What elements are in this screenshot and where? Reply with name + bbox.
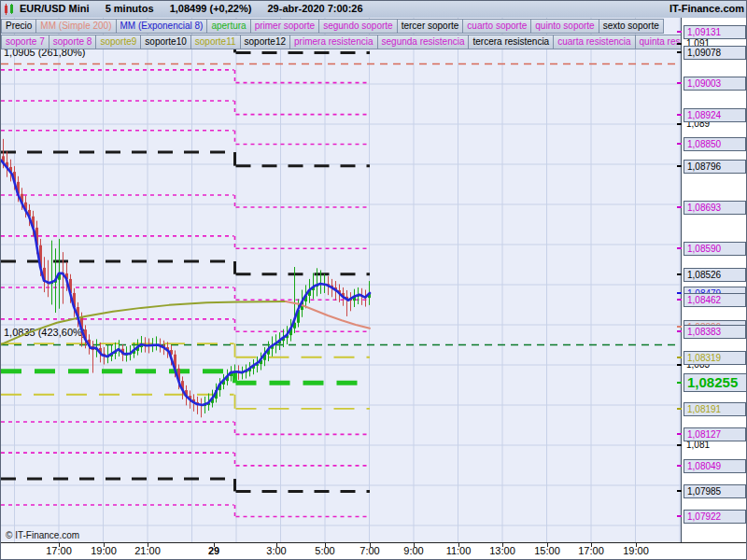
legend-row-1: PrecioMM (Simple 200)MM (Exponencial 8)a…: [1, 19, 681, 34]
time-label: 29: [208, 545, 219, 556]
time-label: 17:00: [578, 545, 604, 556]
price-label-box: 1,08924: [684, 108, 746, 122]
legend-item-quinto-soporte[interactable]: quinto soporte: [530, 19, 599, 34]
price-label-box: 1,08693: [684, 201, 746, 215]
time-label: 7:00: [359, 545, 379, 556]
price-tick: [677, 433, 682, 435]
time-axis[interactable]: 17:0019:0021:00293:005:007:009:0011:0013…: [1, 542, 747, 560]
trading-chart-window: EUR/USD Mini 5 minutos 1,08499 (+0,22%) …: [0, 0, 747, 560]
fib-level-label: 1,0835 (423,60%): [4, 327, 85, 338]
time-label: 15:00: [534, 545, 560, 556]
legend-item-segundo-soporte[interactable]: segundo soporte: [318, 19, 398, 34]
price-label-box: 1,08383: [684, 325, 746, 339]
price-label-box: 1,08127: [684, 427, 746, 441]
price-tick: [677, 247, 682, 249]
time-label: 21:00: [134, 545, 161, 556]
price-tick: [677, 515, 682, 517]
price-label-box: 1,08319: [684, 351, 746, 365]
legend-item-quinta-resistencia[interactable]: quinta resistencia: [635, 35, 681, 49]
price-tick: [677, 490, 682, 492]
legend-item-cuarto-soporte[interactable]: cuarto soporte: [462, 19, 531, 34]
time-label: 9:00: [403, 545, 423, 556]
copyright-label: © IT-Finance.com: [6, 530, 79, 540]
chart-plot-area[interactable]: 1,0905 (261,80%)1,0835 (423,60%): [1, 1, 681, 542]
price-tick: [677, 165, 682, 167]
time-label: 19:00: [623, 545, 649, 556]
legend-item-sexto-soporte[interactable]: sexto soporte: [599, 19, 664, 34]
price-label-box: 1,08590: [684, 242, 746, 256]
price-tick: [677, 123, 682, 125]
time-label: 5:00: [315, 545, 334, 556]
price-tick: [677, 382, 682, 384]
legend-item-primera-resistencia[interactable]: primera resistencia: [289, 35, 377, 49]
time-label: 3:00: [266, 545, 286, 556]
price-tick: [677, 273, 682, 275]
price-tick: [677, 299, 682, 301]
time-label: 13:00: [489, 545, 515, 556]
price-label-box: 1,08049: [684, 459, 746, 473]
price-tick: [677, 43, 682, 45]
price-label-box: 1,07985: [684, 484, 746, 498]
time-label: 11:00: [446, 545, 472, 556]
legend-item-soporte9[interactable]: soporte9: [95, 35, 141, 49]
price-tick: [677, 330, 682, 332]
legend-item-soporte-8[interactable]: soporte 8: [49, 35, 97, 49]
price-label-box: 1,09078: [684, 46, 746, 60]
price-label-box: 1,07922: [684, 510, 746, 524]
price-label-box: 1,09003: [684, 77, 746, 91]
price-label-box: 1,09131: [684, 25, 746, 39]
legend-item-tercer-soporte[interactable]: tercer soporte: [397, 19, 464, 34]
legend-item-tercera-resistencia[interactable]: tercera resistencia: [468, 35, 554, 49]
price-label-box: 1,08191: [684, 402, 746, 416]
price-tick: [677, 465, 682, 467]
time-label: 19:00: [91, 545, 117, 556]
price-tick: [677, 82, 682, 84]
legend-item-primer-soporte[interactable]: primer soporte: [250, 19, 319, 34]
price-tick: [677, 326, 682, 328]
legend-item-soporte10[interactable]: soporte10: [140, 35, 190, 49]
price-label-box: 1,08462: [684, 293, 746, 307]
price-label-box: 1,08255: [684, 373, 747, 392]
price-tick: [677, 143, 682, 145]
price-tick: [677, 51, 682, 53]
legend-item-soporte11[interactable]: soporte11: [190, 35, 241, 49]
legend-item-precio[interactable]: Precio: [1, 19, 36, 34]
price-label-box: 1,08850: [684, 137, 746, 151]
legend-item-soporte12[interactable]: soporte12: [240, 35, 290, 49]
legend-item-mm-exponencial-8[interactable]: MM (Exponencial 8): [116, 19, 208, 34]
price-label-box: 1,08526: [684, 268, 746, 282]
legend-item-mm-simple-200[interactable]: MM (Simple 200): [35, 19, 116, 34]
legend-item-apertura[interactable]: apertura: [206, 19, 250, 34]
price-tick: [677, 364, 682, 366]
legend-item-cuarta-resistencia[interactable]: cuarta resistencia: [553, 35, 635, 49]
legend-item-soporte-7[interactable]: soporte 7: [1, 35, 49, 49]
price-label-box: 1,08796: [684, 160, 746, 174]
legend-row-2: soporte 7soporte 8soporte9soporte10sopor…: [1, 35, 681, 49]
price-tick: [677, 31, 682, 33]
price-tick: [677, 206, 682, 208]
time-label: 17:00: [46, 545, 72, 556]
price-tick: [677, 444, 682, 446]
price-tick: [677, 357, 682, 358]
price-tick: [677, 408, 682, 410]
legend-item-segunda-resistencia[interactable]: segunda resistencia: [377, 35, 470, 49]
price-axis[interactable]: 1,0911,0891,0831,0811,091311,090781,0900…: [681, 18, 747, 542]
price-tick: [677, 114, 682, 116]
price-tick: [677, 292, 682, 294]
